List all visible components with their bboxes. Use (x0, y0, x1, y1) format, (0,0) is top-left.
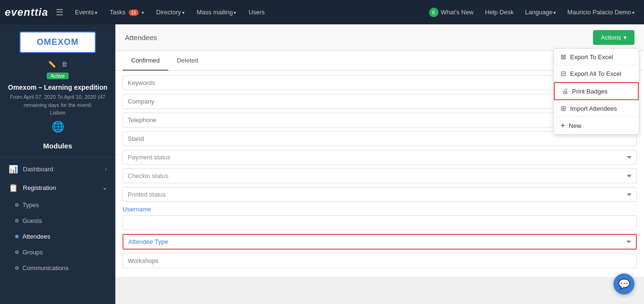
modules-label: Modules (0, 142, 115, 150)
registration-arrow: ⌄ (102, 185, 107, 191)
export-all-excel-icon: ⊟ (561, 70, 566, 77)
export-excel-icon: ⊠ (561, 53, 566, 61)
communications-dot (15, 266, 19, 270)
actions-button[interactable]: Actions ▾ (593, 30, 634, 45)
topbar-logo: eventtia (5, 6, 48, 19)
nav-events[interactable]: Events▾ (70, 6, 102, 19)
attendees-dot (15, 235, 19, 238)
sidebar-sub-item-guests[interactable]: Guests (0, 213, 115, 229)
edit-icon[interactable]: ✏️ (48, 61, 56, 68)
sidebar-menu: 📊 Dashboard › 📋 Registration ⌄ Types Gue… (0, 160, 115, 276)
payment-status-select[interactable]: Payment status (123, 150, 637, 165)
sidebar-sub-item-groups[interactable]: Groups (0, 244, 115, 260)
sidebar-logo-text: OMEXOM (37, 37, 79, 47)
username-input[interactable] (123, 215, 637, 230)
dashboard-arrow: › (105, 166, 107, 172)
sidebar-item-dashboard[interactable]: 📊 Dashboard › (0, 160, 115, 178)
main-content: Attendees Actions ▾ ⊠ Export To Excel ⊟ … (115, 24, 644, 304)
import-attendees-icon: ⊞ (561, 105, 566, 112)
globe-icon[interactable]: 🌐 (51, 121, 64, 133)
page-title: Attendees (125, 33, 157, 42)
print-badges-icon: 🖨 (562, 87, 568, 95)
sidebar-sub-item-attendees[interactable]: Attendees (0, 229, 115, 244)
registration-icon: 📋 (9, 183, 18, 192)
sidebar: OMEXOM ✏️ 🗑 Active Omexom – Learning exp… (0, 24, 115, 304)
nav-user[interactable]: Mauricio Palacio Demo▾ (562, 6, 639, 19)
sidebar-item-registration[interactable]: 📋 Registration ⌄ (0, 178, 115, 197)
sidebar-edit-row: ✏️ 🗑 (48, 61, 68, 68)
nav-users[interactable]: Users (244, 6, 269, 19)
sidebar-divider (0, 157, 115, 157)
new-plus-icon: + (561, 121, 565, 130)
attendee-type-select[interactable]: Attendee Type (123, 234, 637, 250)
dashboard-icon: 📊 (9, 165, 18, 174)
active-badge: Active (47, 73, 69, 79)
chat-bubble[interactable]: 💬 (613, 273, 634, 294)
dropdown-new[interactable]: + New (554, 117, 639, 134)
checkin-status-select[interactable]: Checkin status (123, 168, 637, 183)
actions-arrow-icon: ▾ (624, 34, 627, 41)
sidebar-logo-box: OMEXOM (20, 31, 96, 53)
whats-new-button[interactable]: 6 What's New (424, 5, 479, 20)
dropdown-print-badges[interactable]: 🖨 Print Badges (554, 82, 639, 100)
dropdown-export-all-excel[interactable]: ⊟ Export All To Excel (554, 65, 639, 82)
sidebar-sub-item-communications[interactable]: Communications (0, 260, 115, 276)
nav-language[interactable]: Language▾ (520, 6, 561, 19)
workshops-input[interactable] (123, 253, 637, 268)
types-dot (15, 203, 19, 207)
main-header: Attendees Actions ▾ (115, 24, 644, 51)
groups-dot (15, 251, 19, 254)
username-label: Username (123, 206, 637, 213)
nav-directory[interactable]: Directory▾ (152, 6, 189, 19)
nav-tasks[interactable]: Tasks 16 ▾ (105, 6, 149, 19)
sidebar-sub-menu: Types Guests Attendees Groups Communicat… (0, 197, 115, 276)
nav-mass-mailing[interactable]: Mass mailing▾ (192, 6, 241, 19)
topbar-right: 6 What's New Help Desk Language▾ Maurici… (424, 5, 639, 20)
tab-deleted[interactable]: Deleted (168, 51, 207, 71)
nav-help-desk[interactable]: Help Desk (480, 6, 519, 19)
topbar: eventtia ☰ Events▾ Tasks 16 ▾ Directory▾… (0, 0, 644, 24)
hamburger-icon[interactable]: ☰ (56, 7, 63, 18)
sidebar-event-dates: From April 07, 2020 To April 10, 2020 (4… (0, 93, 115, 117)
sidebar-event-name: Omexom – Learning expedition (3, 84, 112, 91)
guests-dot (15, 219, 19, 222)
sidebar-sub-item-types[interactable]: Types (0, 197, 115, 213)
delete-icon[interactable]: 🗑 (61, 61, 68, 68)
printed-status-select[interactable]: Printed status (123, 187, 637, 202)
dropdown-import-attendees[interactable]: ⊞ Import Attendees (554, 100, 639, 117)
actions-dropdown: ⊠ Export To Excel ⊟ Export All To Excel … (553, 48, 639, 135)
dropdown-export-excel[interactable]: ⊠ Export To Excel (554, 49, 639, 65)
chat-icon: 💬 (618, 278, 630, 290)
tab-confirmed[interactable]: Confirmed (123, 51, 168, 71)
